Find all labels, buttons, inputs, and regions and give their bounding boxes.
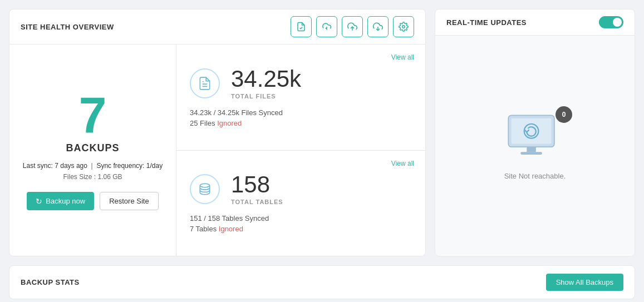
- sync-freq-label: Sync frequency:: [96, 162, 144, 170]
- stats-panel: View all 34.25k: [176, 44, 425, 256]
- update-badge: 0: [555, 106, 572, 123]
- site-health-header: SITE HEALTH OVERVIEW: [9, 9, 425, 44]
- files-size: Files Size : 1.06 GB: [63, 173, 122, 181]
- tables-stat-info: 158 TOTAL TABLES: [231, 173, 283, 205]
- svg-rect-8: [527, 147, 536, 152]
- realtime-card: REAL-TIME UPDATES: [435, 9, 635, 256]
- backup-panel: 7 BACKUPS Last sync: 7 days ago | Sync f…: [9, 44, 176, 256]
- tables-ignored: 7 Tables Ignored: [190, 225, 412, 233]
- tables-count: 158: [231, 173, 283, 196]
- files-sublabel: TOTAL FILES: [231, 93, 301, 100]
- backup-refresh-icon: ↻: [36, 197, 42, 206]
- action-buttons: ↻ Backup now Restore Site: [27, 192, 158, 210]
- restore-site-button[interactable]: Restore Site: [100, 192, 159, 210]
- svg-point-5: [200, 184, 209, 188]
- last-sync-label: Last sync:: [23, 162, 53, 170]
- tables-view-all-link[interactable]: View all: [391, 160, 414, 167]
- cloud-refresh-icon-btn[interactable]: [316, 16, 337, 37]
- files-count: 34.25k: [231, 67, 301, 91]
- backup-count: 7: [78, 90, 106, 140]
- tables-synced: 151 / 158 Tables Synced: [190, 214, 412, 222]
- backup-stats-title: BACKUP STATS: [21, 278, 80, 286]
- file-sync-icon-btn[interactable]: [291, 16, 312, 37]
- badge-count: 0: [562, 111, 566, 118]
- tables-sublabel: TOTAL TABLES: [231, 199, 283, 205]
- site-health-card: SITE HEALTH OVERVIEW: [9, 9, 426, 256]
- health-body: 7 BACKUPS Last sync: 7 days ago | Sync f…: [9, 44, 425, 256]
- realtime-header: REAL-TIME UPDATES: [435, 9, 635, 36]
- tables-main-row: 158 TOTAL TABLES: [190, 173, 412, 205]
- total-files-block: View all 34.25k: [176, 44, 425, 151]
- files-main-row: 34.25k TOTAL FILES: [190, 67, 412, 100]
- backup-now-button[interactable]: ↻ Backup now: [27, 192, 94, 210]
- cloud-download-icon-btn[interactable]: [367, 16, 389, 37]
- realtime-body: 0 Site Not reachable.: [435, 36, 635, 255]
- files-view-all-link[interactable]: View all: [391, 53, 414, 61]
- sync-freq-value: 1/day: [146, 162, 163, 170]
- not-reachable-text: Site Not reachable.: [504, 172, 566, 180]
- files-stat-info: 34.25k TOTAL FILES: [231, 67, 301, 100]
- files-icon: [190, 68, 220, 98]
- last-sync-value: 7 days ago: [55, 162, 87, 170]
- toggle-knob: [613, 18, 622, 27]
- backup-label: BACKUPS: [66, 142, 119, 154]
- site-health-title: SITE HEALTH OVERVIEW: [21, 23, 114, 31]
- cloud-settings-icon-btn[interactable]: [393, 16, 414, 37]
- realtime-title: REAL-TIME UPDATES: [446, 18, 527, 27]
- svg-rect-9: [520, 152, 542, 155]
- files-ignored: 25 Files Ignored: [190, 119, 412, 127]
- show-all-backups-button[interactable]: Show All Backups: [546, 274, 623, 291]
- files-synced: 34.23k / 34.25k Files Synced: [190, 108, 412, 117]
- tables-icon: [190, 174, 220, 204]
- svg-point-2: [402, 26, 405, 28]
- backup-meta: Last sync: 7 days ago | Sync frequency: …: [23, 162, 163, 170]
- svg-rect-7: [512, 118, 552, 143]
- cloud-upload-icon-btn[interactable]: [342, 16, 363, 37]
- backup-stats-card: BACKUP STATS Show All Backups: [9, 265, 635, 299]
- realtime-toggle[interactable]: [599, 16, 623, 28]
- total-tables-block: View all 158 TOTAL TABLE: [176, 151, 425, 256]
- monitor-icon-wrapper: 0: [504, 111, 566, 163]
- toolbar-icons: [291, 16, 414, 37]
